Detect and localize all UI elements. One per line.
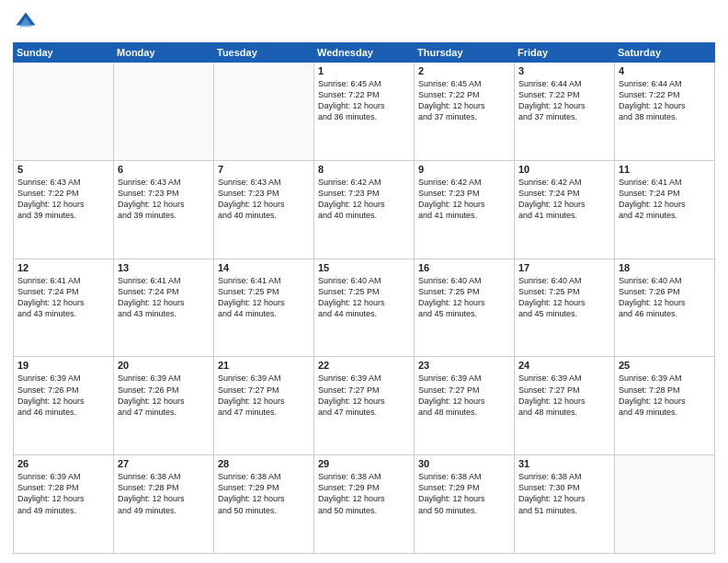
logo-icon xyxy=(13,9,39,35)
day-info: Sunrise: 6:38 AM Sunset: 7:29 PM Dayligh… xyxy=(218,471,310,516)
day-info: Sunrise: 6:39 AM Sunset: 7:27 PM Dayligh… xyxy=(218,373,310,418)
day-number: 7 xyxy=(218,164,310,175)
day-cell: 18Sunrise: 6:40 AM Sunset: 7:26 PM Dayli… xyxy=(615,259,715,357)
day-number: 6 xyxy=(118,164,210,175)
week-row-3: 12Sunrise: 6:41 AM Sunset: 7:24 PM Dayli… xyxy=(14,259,715,357)
day-number: 2 xyxy=(418,65,510,76)
day-number: 1 xyxy=(318,65,410,76)
day-info: Sunrise: 6:38 AM Sunset: 7:29 PM Dayligh… xyxy=(318,471,410,516)
day-number: 5 xyxy=(17,164,109,175)
day-number: 25 xyxy=(619,360,711,371)
day-cell: 19Sunrise: 6:39 AM Sunset: 7:26 PM Dayli… xyxy=(14,357,114,455)
day-number: 17 xyxy=(518,262,610,273)
day-info: Sunrise: 6:41 AM Sunset: 7:25 PM Dayligh… xyxy=(218,275,310,320)
day-cell: 30Sunrise: 6:38 AM Sunset: 7:29 PM Dayli… xyxy=(415,455,515,554)
day-cell: 5Sunrise: 6:43 AM Sunset: 7:22 PM Daylig… xyxy=(14,160,114,259)
day-cell: 1Sunrise: 6:45 AM Sunset: 7:22 PM Daylig… xyxy=(314,63,415,161)
day-info: Sunrise: 6:45 AM Sunset: 7:22 PM Dayligh… xyxy=(318,78,410,123)
page: SundayMondayTuesdayWednesdayThursdayFrid… xyxy=(0,0,728,563)
day-info: Sunrise: 6:42 AM Sunset: 7:23 PM Dayligh… xyxy=(318,177,410,222)
day-info: Sunrise: 6:40 AM Sunset: 7:25 PM Dayligh… xyxy=(418,275,510,320)
day-info: Sunrise: 6:38 AM Sunset: 7:28 PM Dayligh… xyxy=(118,471,210,516)
day-number: 14 xyxy=(218,262,310,273)
day-cell: 24Sunrise: 6:39 AM Sunset: 7:27 PM Dayli… xyxy=(515,357,615,455)
day-number: 24 xyxy=(518,360,610,371)
day-info: Sunrise: 6:41 AM Sunset: 7:24 PM Dayligh… xyxy=(17,275,109,320)
day-cell xyxy=(214,63,314,161)
day-number: 19 xyxy=(17,360,109,371)
day-info: Sunrise: 6:43 AM Sunset: 7:23 PM Dayligh… xyxy=(218,177,310,222)
day-cell: 20Sunrise: 6:39 AM Sunset: 7:26 PM Dayli… xyxy=(114,357,214,455)
day-cell: 16Sunrise: 6:40 AM Sunset: 7:25 PM Dayli… xyxy=(415,259,515,357)
day-number: 31 xyxy=(518,458,610,469)
day-info: Sunrise: 6:42 AM Sunset: 7:24 PM Dayligh… xyxy=(518,177,610,222)
logo xyxy=(13,9,42,35)
day-number: 18 xyxy=(619,262,711,273)
day-cell: 22Sunrise: 6:39 AM Sunset: 7:27 PM Dayli… xyxy=(314,357,415,455)
day-number: 13 xyxy=(118,262,210,273)
day-info: Sunrise: 6:45 AM Sunset: 7:22 PM Dayligh… xyxy=(418,78,510,123)
day-cell: 2Sunrise: 6:45 AM Sunset: 7:22 PM Daylig… xyxy=(415,63,515,161)
weekday-thursday: Thursday xyxy=(415,43,515,63)
calendar-table: SundayMondayTuesdayWednesdayThursdayFrid… xyxy=(13,42,715,554)
day-cell: 29Sunrise: 6:38 AM Sunset: 7:29 PM Dayli… xyxy=(314,455,415,554)
day-info: Sunrise: 6:41 AM Sunset: 7:24 PM Dayligh… xyxy=(118,275,210,320)
day-number: 10 xyxy=(518,164,610,175)
weekday-sunday: Sunday xyxy=(14,43,114,63)
day-number: 11 xyxy=(619,164,711,175)
weekday-tuesday: Tuesday xyxy=(214,43,314,63)
day-number: 27 xyxy=(118,458,210,469)
weekday-friday: Friday xyxy=(515,43,615,63)
day-cell: 25Sunrise: 6:39 AM Sunset: 7:28 PM Dayli… xyxy=(615,357,715,455)
day-number: 9 xyxy=(418,164,510,175)
weekday-header-row: SundayMondayTuesdayWednesdayThursdayFrid… xyxy=(14,43,715,63)
header xyxy=(13,9,715,35)
day-info: Sunrise: 6:38 AM Sunset: 7:30 PM Dayligh… xyxy=(518,471,610,516)
day-cell: 4Sunrise: 6:44 AM Sunset: 7:22 PM Daylig… xyxy=(615,63,715,161)
day-cell: 8Sunrise: 6:42 AM Sunset: 7:23 PM Daylig… xyxy=(314,160,415,259)
day-number: 26 xyxy=(17,458,109,469)
day-info: Sunrise: 6:40 AM Sunset: 7:25 PM Dayligh… xyxy=(518,275,610,320)
day-info: Sunrise: 6:39 AM Sunset: 7:27 PM Dayligh… xyxy=(418,373,510,418)
day-cell: 13Sunrise: 6:41 AM Sunset: 7:24 PM Dayli… xyxy=(114,259,214,357)
day-cell: 23Sunrise: 6:39 AM Sunset: 7:27 PM Dayli… xyxy=(415,357,515,455)
day-cell: 17Sunrise: 6:40 AM Sunset: 7:25 PM Dayli… xyxy=(515,259,615,357)
day-cell: 28Sunrise: 6:38 AM Sunset: 7:29 PM Dayli… xyxy=(214,455,314,554)
day-number: 20 xyxy=(118,360,210,371)
day-cell: 6Sunrise: 6:43 AM Sunset: 7:23 PM Daylig… xyxy=(114,160,214,259)
day-cell: 14Sunrise: 6:41 AM Sunset: 7:25 PM Dayli… xyxy=(214,259,314,357)
day-info: Sunrise: 6:39 AM Sunset: 7:26 PM Dayligh… xyxy=(17,373,109,418)
day-info: Sunrise: 6:39 AM Sunset: 7:27 PM Dayligh… xyxy=(518,373,610,418)
week-row-2: 5Sunrise: 6:43 AM Sunset: 7:22 PM Daylig… xyxy=(14,160,715,259)
day-number: 22 xyxy=(318,360,410,371)
day-cell: 26Sunrise: 6:39 AM Sunset: 7:28 PM Dayli… xyxy=(14,455,114,554)
day-cell: 15Sunrise: 6:40 AM Sunset: 7:25 PM Dayli… xyxy=(314,259,415,357)
day-info: Sunrise: 6:43 AM Sunset: 7:22 PM Dayligh… xyxy=(17,177,109,222)
weekday-saturday: Saturday xyxy=(615,43,715,63)
day-number: 21 xyxy=(218,360,310,371)
day-info: Sunrise: 6:40 AM Sunset: 7:25 PM Dayligh… xyxy=(318,275,410,320)
day-cell: 31Sunrise: 6:38 AM Sunset: 7:30 PM Dayli… xyxy=(515,455,615,554)
day-number: 28 xyxy=(218,458,310,469)
day-info: Sunrise: 6:42 AM Sunset: 7:23 PM Dayligh… xyxy=(418,177,510,222)
week-row-1: 1Sunrise: 6:45 AM Sunset: 7:22 PM Daylig… xyxy=(14,63,715,161)
day-cell: 21Sunrise: 6:39 AM Sunset: 7:27 PM Dayli… xyxy=(214,357,314,455)
weekday-monday: Monday xyxy=(114,43,214,63)
day-number: 30 xyxy=(418,458,510,469)
day-cell: 3Sunrise: 6:44 AM Sunset: 7:22 PM Daylig… xyxy=(515,63,615,161)
day-cell: 10Sunrise: 6:42 AM Sunset: 7:24 PM Dayli… xyxy=(515,160,615,259)
day-cell: 27Sunrise: 6:38 AM Sunset: 7:28 PM Dayli… xyxy=(114,455,214,554)
day-number: 15 xyxy=(318,262,410,273)
weekday-wednesday: Wednesday xyxy=(314,43,415,63)
day-cell: 9Sunrise: 6:42 AM Sunset: 7:23 PM Daylig… xyxy=(415,160,515,259)
day-number: 3 xyxy=(518,65,610,76)
day-cell xyxy=(615,455,715,554)
day-cell: 7Sunrise: 6:43 AM Sunset: 7:23 PM Daylig… xyxy=(214,160,314,259)
day-info: Sunrise: 6:44 AM Sunset: 7:22 PM Dayligh… xyxy=(518,78,610,123)
week-row-4: 19Sunrise: 6:39 AM Sunset: 7:26 PM Dayli… xyxy=(14,357,715,455)
day-number: 12 xyxy=(17,262,109,273)
day-cell xyxy=(14,63,114,161)
week-row-5: 26Sunrise: 6:39 AM Sunset: 7:28 PM Dayli… xyxy=(14,455,715,554)
day-info: Sunrise: 6:39 AM Sunset: 7:28 PM Dayligh… xyxy=(17,471,109,516)
day-info: Sunrise: 6:43 AM Sunset: 7:23 PM Dayligh… xyxy=(118,177,210,222)
